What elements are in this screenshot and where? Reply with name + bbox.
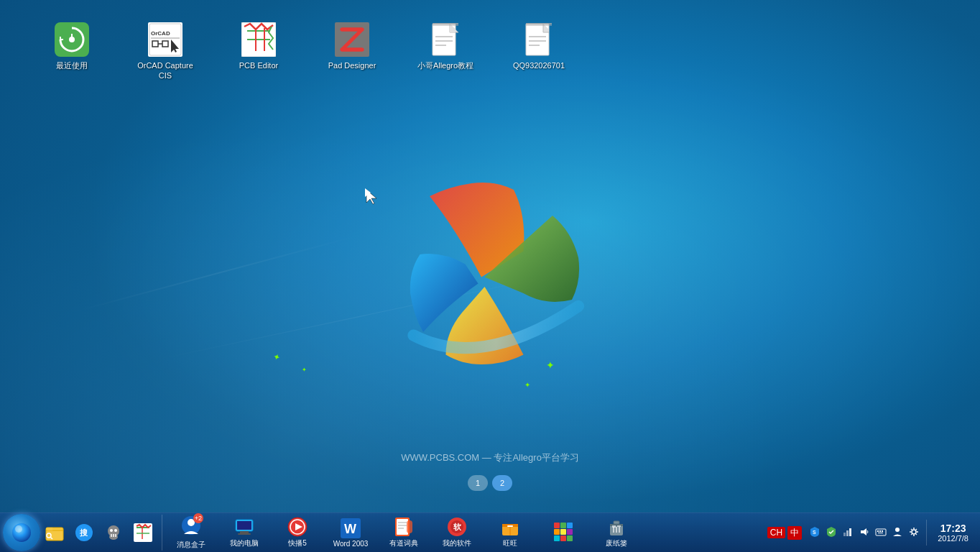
svg-rect-69	[507, 525, 513, 527]
clock-time: 17:23	[940, 523, 966, 534]
xinxi-badge: +2	[193, 513, 203, 523]
svg-rect-62	[407, 520, 412, 533]
trash-item-label: 废纸篓	[606, 538, 627, 548]
svg-text:搜: 搜	[79, 528, 88, 537]
desktop-icon-pcb[interactable]: PCB Editor	[230, 22, 287, 70]
taskbar-item-ruanjian[interactable]: 软 我的软件	[431, 515, 483, 551]
svg-text:软: 软	[453, 523, 462, 531]
quick-sogou[interactable]: 搜	[70, 517, 98, 548]
tray-settings-icon[interactable]	[907, 525, 921, 541]
taskbar-item-rubik[interactable]	[537, 515, 589, 551]
svg-point-30	[15, 525, 22, 533]
taskbar: 搜	[0, 512, 980, 552]
qq-icon	[521, 22, 557, 58]
mypc-icon	[234, 517, 254, 537]
svg-point-97	[895, 528, 900, 532]
wangwang-item-label: 旺旺	[503, 538, 517, 548]
taskbar-item-youdao[interactable]: 有道词典	[378, 515, 430, 551]
svg-rect-48	[240, 531, 249, 533]
taskbar-item-kuaibo[interactable]: 快播5	[272, 515, 323, 551]
allegro-label: 小哥Allegro教程	[417, 60, 473, 70]
taskbar-item-xinxi[interactable]: +2 消息盒子	[165, 515, 217, 551]
word-item-label: Word 2003	[333, 540, 369, 548]
svg-point-39	[110, 529, 113, 532]
rubik-icon	[553, 522, 573, 542]
svg-rect-78	[567, 535, 573, 541]
zuijin-label: 最近使用	[56, 60, 88, 70]
system-clock[interactable]: 17:23 2012/7/8	[932, 523, 974, 543]
desktop-icon-allegro[interactable]: 小哥Allegro教程	[417, 22, 474, 70]
desktop-icons-container: 最近使用 OrCAD OrCAD Capture CIS	[43, 22, 568, 81]
svg-rect-96	[878, 533, 883, 533]
kuaibo-icon	[287, 517, 308, 537]
svg-rect-81	[614, 521, 619, 524]
svg-point-98	[912, 530, 916, 534]
svg-rect-75	[567, 529, 573, 535]
svg-rect-50	[237, 521, 251, 530]
svg-rect-85	[612, 525, 616, 528]
xinxi-item-label: 消息盒子	[177, 540, 205, 550]
desktop-icon-orcad[interactable]: OrCAD OrCAD Capture CIS	[137, 22, 194, 81]
svg-rect-86	[617, 525, 621, 527]
pad-icon	[334, 22, 370, 58]
svg-rect-49	[238, 533, 251, 535]
taskbar-item-mypc[interactable]: 我的电脑	[218, 515, 270, 551]
trash-icon	[606, 517, 627, 537]
tray-sogou-icon[interactable]: S	[808, 525, 822, 541]
tray-network-icon[interactable]	[841, 525, 855, 541]
slide-indicators: 1 2	[468, 475, 512, 491]
pad-label: Pad Designer	[328, 60, 376, 70]
svg-text:OrCAD: OrCAD	[151, 30, 170, 37]
svg-point-40	[114, 529, 117, 532]
clock-date: 2012/7/8	[938, 534, 969, 543]
slide-dot-2[interactable]: 2	[492, 475, 512, 491]
tray-keyboard-icon[interactable]	[874, 525, 888, 541]
taskbar-item-wangwang[interactable]: 旺旺	[484, 515, 536, 551]
svg-point-29	[12, 523, 31, 542]
pcb-label: PCB Editor	[239, 60, 278, 70]
quick-skull[interactable]	[99, 517, 128, 548]
zuijin-icon	[54, 22, 90, 58]
svg-rect-71	[560, 523, 566, 528]
desktop-icon-pad[interactable]: Pad Designer	[323, 22, 381, 70]
kuaibo-item-label: 快播5	[288, 538, 307, 548]
ruanjian-icon: 软	[447, 517, 467, 537]
svg-rect-74	[560, 529, 566, 535]
xinxi-badge-container: +2	[181, 515, 201, 538]
quick-orcad[interactable]	[129, 517, 157, 548]
wangwang-icon	[500, 517, 520, 537]
ruanjian-item-label: 我的软件	[443, 538, 471, 548]
tray-user-icon[interactable]	[890, 525, 905, 541]
desktop-icon-qq[interactable]: QQ932026701	[510, 22, 568, 70]
tray-security-icon[interactable]	[824, 525, 838, 541]
desktop-icon-zuijin[interactable]: 最近使用	[43, 22, 101, 70]
windows-logo	[352, 151, 625, 424]
orcad-icon: OrCAD	[147, 22, 183, 58]
mypc-item-label: 我的电脑	[230, 538, 259, 548]
svg-rect-89	[846, 530, 849, 536]
tray-volume-icon[interactable]	[857, 525, 872, 541]
svg-rect-76	[554, 535, 560, 541]
slide-dot-1[interactable]: 1	[468, 475, 488, 491]
svg-text:S: S	[813, 530, 816, 535]
svg-rect-77	[560, 535, 566, 541]
tray-icons-group: S	[808, 525, 921, 541]
svg-rect-70	[554, 523, 560, 528]
qq-label: QQ932026701	[513, 60, 565, 70]
quick-explorer[interactable]	[40, 517, 69, 548]
youdao-icon	[394, 517, 414, 537]
input-method-indicator[interactable]: CH 中	[764, 526, 805, 540]
svg-rect-73	[554, 529, 560, 535]
desktop: ✦ ✦ ✦ ✦	[0, 0, 980, 552]
svg-rect-58	[397, 519, 408, 535]
taskbar-items-list: +2 消息盒子 我的电脑	[162, 515, 759, 551]
svg-text:W: W	[344, 522, 356, 536]
start-button[interactable]	[3, 514, 40, 551]
svg-rect-32	[46, 528, 53, 530]
decoration-streak1	[77, 236, 355, 311]
svg-rect-72	[567, 523, 573, 528]
taskbar-item-word[interactable]: W Word 2003	[325, 515, 376, 551]
svg-rect-95	[882, 530, 883, 532]
quick-launch-bar: 搜	[40, 515, 162, 551]
taskbar-item-trash[interactable]: 废纸篓	[591, 515, 642, 551]
